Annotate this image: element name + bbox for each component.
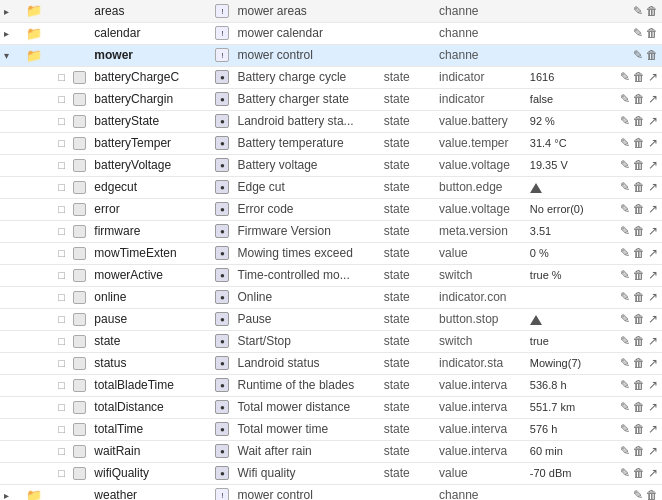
table-row[interactable]: □wifiQuality●Wifi qualitystatevalue-70 d… — [0, 462, 662, 484]
object-tree[interactable]: ▸📁areas!mower areaschanne✎🗑▸📁calendar!mo… — [0, 0, 662, 500]
table-row[interactable]: ▾📁mower!mower controlchanne✎🗑 — [0, 44, 662, 66]
link-button[interactable]: ↗ — [648, 268, 658, 282]
table-row[interactable]: □totalDistance●Total mower distancestate… — [0, 396, 662, 418]
link-button[interactable]: ↗ — [648, 180, 658, 194]
label-prefix-icon-cell: ! — [211, 22, 233, 44]
edit-button[interactable]: ✎ — [620, 290, 630, 304]
table-row[interactable]: □pause●Pausestatebutton.stop✎🗑↗ — [0, 308, 662, 330]
edit-button[interactable]: ✎ — [620, 312, 630, 326]
link-button[interactable]: ↗ — [648, 92, 658, 106]
table-row[interactable]: □batteryChargin●Battery charger statesta… — [0, 88, 662, 110]
object-type: state — [380, 264, 435, 286]
table-row[interactable]: □batteryVoltage●Battery voltagestatevalu… — [0, 154, 662, 176]
edit-button[interactable]: ✎ — [620, 356, 630, 370]
link-button[interactable]: ↗ — [648, 246, 658, 260]
link-button[interactable]: ↗ — [648, 224, 658, 238]
table-row[interactable]: □totalTime●Total mower timestatevalue.in… — [0, 418, 662, 440]
link-button[interactable]: ↗ — [648, 444, 658, 458]
delete-button[interactable]: 🗑 — [633, 202, 645, 216]
table-row[interactable]: □totalBladeTime●Runtime of the bladessta… — [0, 374, 662, 396]
delete-button[interactable]: 🗑 — [633, 70, 645, 84]
edit-button[interactable]: ✎ — [620, 466, 630, 480]
delete-button[interactable]: 🗑 — [633, 136, 645, 150]
delete-button[interactable]: 🗑 — [633, 312, 645, 326]
expand-button[interactable]: ▸ — [4, 6, 14, 17]
edit-button[interactable]: ✎ — [633, 488, 643, 500]
link-button[interactable]: ↗ — [648, 356, 658, 370]
edit-button[interactable]: ✎ — [620, 444, 630, 458]
link-button[interactable]: ↗ — [648, 70, 658, 84]
delete-button[interactable]: 🗑 — [633, 378, 645, 392]
link-button[interactable]: ↗ — [648, 114, 658, 128]
delete-button[interactable]: 🗑 — [633, 466, 645, 480]
link-button[interactable]: ↗ — [648, 422, 658, 436]
table-row[interactable]: □batteryTemper●Battery temperaturestatev… — [0, 132, 662, 154]
link-button[interactable]: ↗ — [648, 312, 658, 326]
delete-button[interactable]: 🗑 — [633, 180, 645, 194]
table-row[interactable]: □status●Landroid statusstateindicator.st… — [0, 352, 662, 374]
table-row[interactable]: ▸📁weather!mower controlchanne✎🗑 — [0, 484, 662, 500]
edit-button[interactable]: ✎ — [620, 378, 630, 392]
table-row[interactable]: □mowerActive●Time-controlled mo...states… — [0, 264, 662, 286]
edit-button[interactable]: ✎ — [620, 92, 630, 106]
link-button[interactable]: ↗ — [648, 400, 658, 414]
edit-button[interactable]: ✎ — [620, 158, 630, 172]
state-indicator-icon — [73, 401, 86, 414]
collapse-button[interactable]: ▾ — [4, 50, 14, 61]
delete-button[interactable]: 🗑 — [633, 444, 645, 458]
edit-button[interactable]: ✎ — [633, 4, 643, 18]
delete-button[interactable]: 🗑 — [633, 422, 645, 436]
delete-button[interactable]: 🗑 — [633, 224, 645, 238]
table-row[interactable]: □firmware●Firmware Versionstatemeta.vers… — [0, 220, 662, 242]
object-role: switch — [435, 330, 526, 352]
delete-button[interactable]: 🗑 — [646, 48, 658, 62]
link-button[interactable]: ↗ — [648, 158, 658, 172]
table-row[interactable]: □error●Error codestatevalue.voltageNo er… — [0, 198, 662, 220]
type-icon-cell: □ — [18, 264, 69, 286]
delete-button[interactable]: 🗑 — [633, 246, 645, 260]
delete-button[interactable]: 🗑 — [633, 334, 645, 348]
delete-button[interactable]: 🗑 — [646, 488, 658, 500]
link-button[interactable]: ↗ — [648, 378, 658, 392]
edit-button[interactable]: ✎ — [633, 48, 643, 62]
table-row[interactable]: □batteryChargeC●Battery charge cyclestat… — [0, 66, 662, 88]
delete-button[interactable]: 🗑 — [633, 290, 645, 304]
expand-button[interactable]: ▸ — [4, 28, 14, 39]
indicator-icon-cell — [69, 88, 90, 110]
link-button[interactable]: ↗ — [648, 466, 658, 480]
delete-button[interactable]: 🗑 — [633, 114, 645, 128]
expand-button[interactable]: ▸ — [4, 490, 14, 500]
delete-button[interactable]: 🗑 — [633, 158, 645, 172]
link-button[interactable]: ↗ — [648, 334, 658, 348]
link-button[interactable]: ↗ — [648, 202, 658, 216]
table-row[interactable]: □mowTimeExten●Mowing times exceedstateva… — [0, 242, 662, 264]
delete-button[interactable]: 🗑 — [646, 26, 658, 40]
edit-button[interactable]: ✎ — [620, 202, 630, 216]
table-row[interactable]: □state●Start/Stopstateswitchtrue✎🗑↗ — [0, 330, 662, 352]
link-button[interactable]: ↗ — [648, 290, 658, 304]
edit-button[interactable]: ✎ — [620, 246, 630, 260]
table-row[interactable]: □batteryState●Landroid battery sta...sta… — [0, 110, 662, 132]
delete-button[interactable]: 🗑 — [633, 356, 645, 370]
edit-button[interactable]: ✎ — [620, 224, 630, 238]
edit-button[interactable]: ✎ — [620, 114, 630, 128]
delete-button[interactable]: 🗑 — [633, 400, 645, 414]
edit-button[interactable]: ✎ — [620, 400, 630, 414]
delete-button[interactable]: 🗑 — [633, 268, 645, 282]
delete-button[interactable]: 🗑 — [646, 4, 658, 18]
table-row[interactable]: ▸📁calendar!mower calendarchanne✎🗑 — [0, 22, 662, 44]
edit-button[interactable]: ✎ — [620, 334, 630, 348]
delete-button[interactable]: 🗑 — [633, 92, 645, 106]
edit-button[interactable]: ✎ — [633, 26, 643, 40]
table-row[interactable]: □online●Onlinestateindicator.con✎🗑↗ — [0, 286, 662, 308]
table-row[interactable]: □waitRain●Wait after rainstatevalue.inte… — [0, 440, 662, 462]
edit-button[interactable]: ✎ — [620, 422, 630, 436]
object-type: state — [380, 352, 435, 374]
edit-button[interactable]: ✎ — [620, 268, 630, 282]
edit-button[interactable]: ✎ — [620, 180, 630, 194]
table-row[interactable]: □edgecut●Edge cutstatebutton.edge✎🗑↗ — [0, 176, 662, 198]
edit-button[interactable]: ✎ — [620, 136, 630, 150]
table-row[interactable]: ▸📁areas!mower areaschanne✎🗑 — [0, 0, 662, 22]
edit-button[interactable]: ✎ — [620, 70, 630, 84]
link-button[interactable]: ↗ — [648, 136, 658, 150]
